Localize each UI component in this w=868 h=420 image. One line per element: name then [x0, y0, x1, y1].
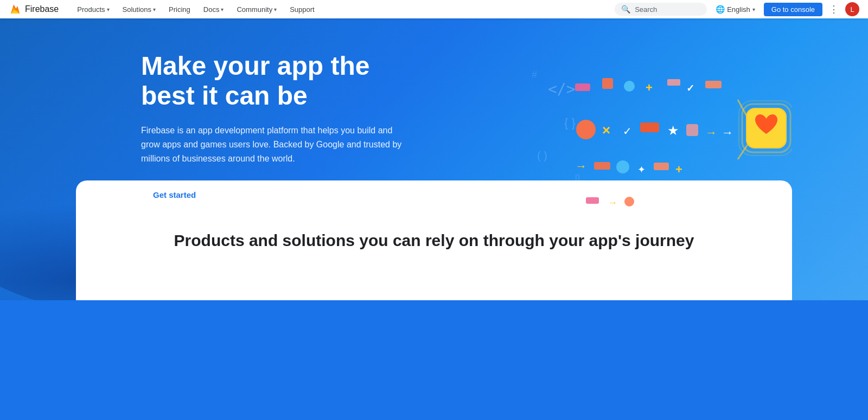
- svg-point-23: [616, 160, 629, 173]
- action-divider: [264, 190, 264, 201]
- svg-text:→: →: [608, 197, 617, 208]
- search-bar[interactable]: 🔍 Search: [615, 3, 707, 16]
- hero-description: Firebase is an app development platform …: [141, 124, 407, 165]
- solutions-chevron-icon: ▾: [153, 7, 156, 12]
- svg-point-29: [624, 197, 634, 206]
- nav-links: Products ▾ Solutions ▾ Pricing Docs ▾ Co…: [72, 3, 615, 16]
- nav-products[interactable]: Products ▾: [72, 3, 114, 16]
- more-options-icon[interactable]: ⋮: [827, 1, 841, 17]
- hero-illustration-svg: </> { } ( ) [] # → + ✓ × ✓ ★ → → →: [532, 51, 792, 235]
- svg-point-13: [576, 120, 596, 139]
- nav-support[interactable]: Support: [284, 3, 320, 16]
- svg-text:+: +: [675, 163, 682, 176]
- svg-text:✓: ✓: [686, 83, 694, 94]
- user-avatar[interactable]: L: [845, 2, 859, 16]
- svg-rect-10: [667, 79, 680, 86]
- svg-text:×: ×: [602, 122, 610, 138]
- navbar-right: 🔍 Search 🌐 English ▾ Go to console ⋮ L: [615, 1, 859, 17]
- svg-text:</>: </>: [548, 80, 576, 98]
- svg-text:( ): ( ): [537, 150, 547, 161]
- svg-text:→: →: [575, 159, 587, 173]
- svg-text:+: +: [646, 81, 653, 94]
- svg-text:✦: ✦: [637, 164, 646, 175]
- nav-community[interactable]: Community ▾: [231, 3, 282, 16]
- navbar: Firebase Products ▾ Solutions ▾ Pricing …: [0, 0, 868, 18]
- nav-pricing[interactable]: Pricing: [163, 3, 196, 16]
- svg-text:{ }: { }: [564, 116, 576, 130]
- svg-rect-27: [586, 197, 599, 204]
- svg-text:→: →: [705, 126, 717, 139]
- products-chevron-icon: ▾: [107, 7, 110, 12]
- svg-rect-18: [686, 124, 698, 136]
- hero-content: Make your app the best it can be Firebas…: [141, 51, 423, 205]
- svg-rect-22: [594, 162, 610, 170]
- globe-icon: 🌐: [716, 5, 725, 14]
- svg-rect-12: [705, 81, 722, 88]
- search-placeholder-text: Search: [635, 5, 657, 14]
- svg-text:→: →: [722, 126, 733, 139]
- language-selector[interactable]: 🌐 English ▾: [711, 3, 760, 16]
- language-label: English: [727, 5, 750, 14]
- watch-video-link[interactable]: Watch video: [275, 190, 320, 199]
- hero-title: Make your app the best it can be: [141, 51, 423, 111]
- nav-docs[interactable]: Docs ▾: [198, 3, 229, 16]
- svg-point-8: [624, 81, 635, 92]
- search-icon: 🔍: [621, 5, 630, 14]
- svg-rect-7: [602, 78, 613, 89]
- go-to-console-button[interactable]: Go to console: [764, 3, 822, 16]
- try-demo-link[interactable]: Try demo: [219, 190, 253, 199]
- nav-solutions[interactable]: Solutions ▾: [117, 3, 161, 16]
- community-chevron-icon: ▾: [274, 7, 277, 12]
- svg-text:→: →: [597, 206, 604, 215]
- get-started-button[interactable]: Get started: [141, 185, 208, 205]
- svg-rect-6: [575, 83, 590, 91]
- svg-text:#: #: [532, 69, 537, 80]
- svg-text:★: ★: [667, 123, 679, 138]
- language-chevron-icon: ▾: [752, 7, 755, 12]
- brand-logo[interactable]: Firebase: [9, 3, 59, 16]
- svg-rect-25: [654, 163, 669, 170]
- docs-chevron-icon: ▾: [221, 7, 224, 12]
- firebase-flame-icon: [9, 3, 22, 16]
- hero-section: Make your app the best it can be Firebas…: [0, 18, 868, 300]
- svg-text:[]: []: [575, 173, 580, 183]
- hero-illustration: </> { } ( ) [] # → + ✓ × ✓ ★ → → →: [532, 51, 792, 235]
- svg-rect-16: [640, 122, 659, 132]
- brand-name: Firebase: [25, 4, 59, 14]
- hero-actions: Get started Try demo Watch video: [141, 185, 423, 205]
- svg-text:✓: ✓: [623, 125, 632, 137]
